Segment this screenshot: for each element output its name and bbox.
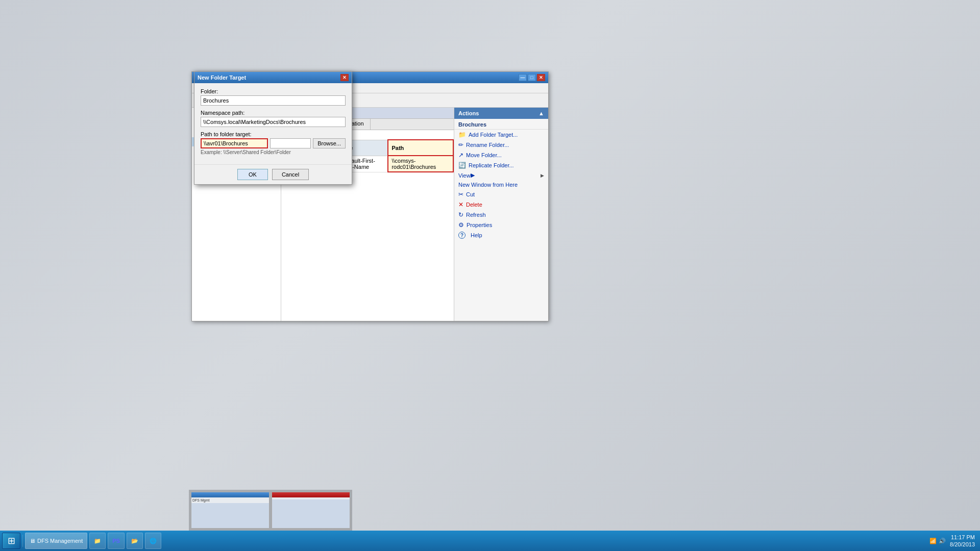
taskbar-dfs[interactable]: 🖥 DFS Management (25, 533, 87, 549)
path-input-group: Browse... (201, 138, 346, 148)
taskbar-explorer[interactable]: 📂 (127, 533, 143, 549)
clock-time: 11:17 PM (950, 534, 975, 541)
action-add-folder-target[interactable]: 📁 Add Folder Target... (454, 130, 548, 140)
dialog-buttons: OK Cancel (194, 164, 352, 184)
system-tray: 📶 🔊 (929, 538, 946, 544)
path-group: Path to folder target: Browse... Example… (201, 131, 346, 155)
action-new-window[interactable]: New Window from Here (454, 180, 548, 189)
folder-label: Folder: (201, 88, 346, 94)
action-label-rename: Rename Folder... (466, 142, 509, 148)
dialog-title-text: New Folder Target (198, 74, 246, 81)
taskbar-right: 📶 🔊 11:17 PM 8/20/2013 (929, 534, 978, 548)
thumb-content-2 (272, 497, 350, 499)
delete-icon: ✕ (458, 201, 463, 208)
add-icon: 📁 (458, 131, 466, 138)
start-button[interactable]: ⊞ (2, 533, 20, 549)
cell-path: \\comsys-rodc01\Brochures (388, 156, 453, 172)
taskbar-folder-icon: 📁 (94, 538, 101, 544)
replicate-icon: 🔄 (458, 162, 466, 169)
action-label-move: Move Folder... (466, 152, 502, 158)
maximize-button[interactable]: □ (528, 74, 536, 81)
action-label-help: Help (471, 232, 482, 238)
folder-input[interactable] (201, 95, 346, 106)
path-to-folder-input[interactable] (201, 138, 268, 148)
path-label: Path to folder target: (201, 131, 346, 137)
action-rename-folder[interactable]: ✏ Rename Folder... (454, 140, 548, 150)
tray-sound-icon: 🔊 (939, 538, 946, 544)
actions-header: Actions ▲ (454, 108, 548, 119)
thumbnail-bar: DFS Mgmt (189, 490, 352, 531)
title-bar-controls: — □ ✕ (519, 74, 545, 81)
submenu-arrow-icon: ▶ (471, 172, 475, 179)
action-label-new-window: New Window from Here (458, 182, 518, 188)
taskbar-sep1 (22, 535, 23, 547)
action-cut[interactable]: ✂ Cut (454, 189, 548, 199)
help-icon: ? (458, 232, 465, 239)
action-label-view: View (458, 172, 471, 179)
action-label-cut: Cut (466, 191, 475, 197)
action-view[interactable]: View ▶ (454, 170, 548, 180)
col-path: Path (388, 140, 453, 156)
minimize-button[interactable]: — (519, 74, 527, 81)
taskbar-dfs-icon: 🖥 (30, 538, 35, 544)
new-folder-target-dialog: New Folder Target ✕ Folder: Namespace pa… (194, 71, 352, 185)
properties-icon: ⚙ (458, 221, 464, 229)
taskbar: ⊞ 🖥 DFS Management 📁 PS 📂 🌐 📶 🔊 11:17 PM… (0, 531, 980, 551)
action-replicate-folder[interactable]: 🔄 Replicate Folder... (454, 160, 548, 170)
action-label-delete: Delete (466, 202, 482, 208)
taskbar-ie-icon: 🌐 (150, 538, 157, 544)
close-button[interactable]: ✕ (537, 74, 545, 81)
move-icon: ↗ (458, 152, 463, 159)
thumb-bar-1 (191, 492, 269, 497)
actions-panel: Actions ▲ Brochures 📁 Add Folder Target.… (454, 108, 548, 321)
namespace-input[interactable] (201, 117, 346, 127)
cut-icon: ✂ (458, 191, 463, 198)
thumb-bar-2 (272, 492, 350, 497)
taskbar-powershell[interactable]: PS (108, 533, 125, 549)
action-label-add: Add Folder Target... (469, 132, 518, 138)
refresh-icon: ↻ (458, 211, 463, 218)
taskbar-exp-icon: 📂 (131, 538, 138, 544)
namespace-group: Namespace path: (201, 110, 346, 127)
action-move-folder[interactable]: ↗ Move Folder... (454, 150, 548, 160)
action-refresh[interactable]: ↻ Refresh (454, 210, 548, 220)
taskbar-dfs-label: DFS Management (37, 538, 83, 544)
taskbar-folder[interactable]: 📁 (89, 533, 106, 549)
rename-icon: ✏ (458, 141, 463, 148)
clock-date: 8/20/2013 (950, 541, 975, 548)
cancel-button[interactable]: Cancel (272, 169, 309, 180)
actions-title: Actions (458, 110, 479, 116)
ok-button[interactable]: OK (237, 169, 268, 180)
action-label-replicate: Replicate Folder... (469, 162, 514, 168)
browse-button[interactable]: Browse... (313, 138, 346, 148)
system-clock: 11:17 PM 8/20/2013 (950, 534, 975, 548)
thumbnail-1[interactable]: DFS Mgmt (191, 492, 270, 529)
actions-collapse-icon[interactable]: ▲ (538, 110, 544, 116)
taskbar-ps-icon: PS (112, 538, 120, 544)
action-label-refresh: Refresh (466, 212, 486, 218)
thumb-content-1: DFS Mgmt (191, 497, 269, 503)
taskbar-ie[interactable]: 🌐 (145, 533, 161, 549)
thumbnail-2[interactable] (272, 492, 350, 529)
action-delete[interactable]: ✕ Delete (454, 199, 548, 210)
dialog-title-bar: New Folder Target ✕ (194, 72, 352, 83)
actions-section-title: Brochures (454, 119, 548, 130)
example-text: Example: \\Server\Shared Folder\Folder (201, 149, 346, 155)
tray-network-icon: 📶 (929, 538, 937, 544)
action-properties[interactable]: ⚙ Properties (454, 220, 548, 230)
action-help[interactable]: ? Help (454, 230, 548, 240)
namespace-label: Namespace path: (201, 110, 346, 116)
action-label-properties: Properties (467, 222, 492, 228)
folder-group: Folder: (201, 88, 346, 106)
dialog-body: Folder: Namespace path: Path to folder t… (194, 83, 352, 164)
path-extra-input[interactable] (270, 138, 311, 148)
dialog-close-button[interactable]: ✕ (340, 74, 349, 81)
